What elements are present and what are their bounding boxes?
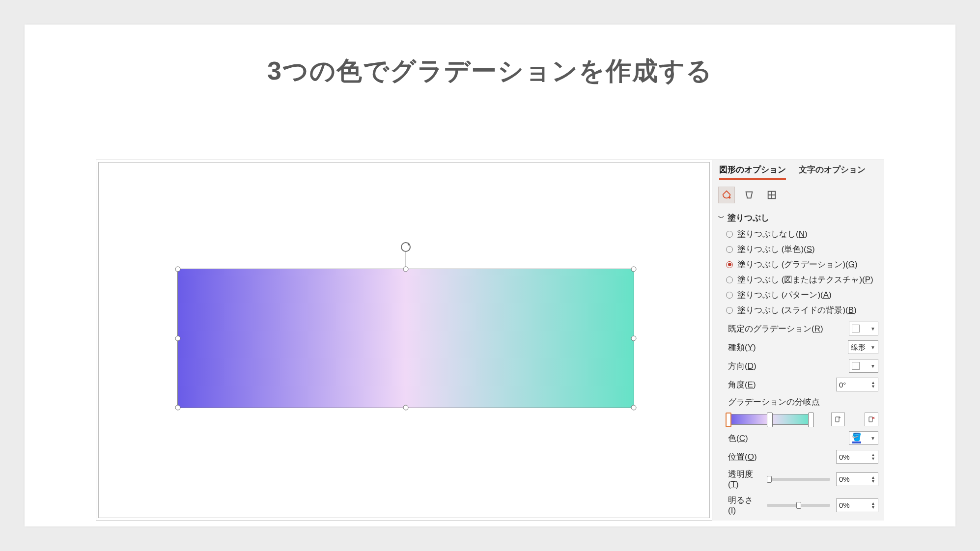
gradient-direction-dropdown[interactable]: ▼ [849, 359, 878, 373]
gradient-type-label: 種類(Y) [728, 342, 843, 353]
fill-slide-bg-radio[interactable]: 塗りつぶし (スライドの背景)(B) [726, 304, 884, 316]
format-shape-panel: 図形のオプション 文字のオプション ﹀ 塗りつぶし [712, 160, 884, 521]
tab-text-options[interactable]: 文字のオプション [799, 164, 866, 180]
stop-position-label: 位置(O) [728, 451, 831, 463]
gradient-stop-1[interactable] [726, 413, 731, 427]
gradient-direction-label: 方向(D) [728, 360, 844, 372]
stop-transparency-label: 透明度(T) [728, 468, 761, 490]
fill-picture-radio[interactable]: 塗りつぶし (図またはテクスチャ)(P) [726, 274, 884, 285]
stop-color-label: 色(C) [728, 433, 844, 444]
remove-gradient-stop-button[interactable] [865, 413, 878, 426]
stop-transparency-input[interactable]: 0%▲▼ [836, 472, 878, 486]
preset-gradient-dropdown[interactable]: ▼ [849, 322, 878, 335]
add-gradient-stop-button[interactable] [831, 413, 845, 426]
stop-brightness-label: 明るさ(I) [728, 495, 761, 516]
fill-none-radio[interactable]: 塗りつぶしなし(N) [726, 228, 884, 240]
tab-shape-options[interactable]: 図形のオプション [719, 164, 786, 180]
work-area: 図形のオプション 文字のオプション ﹀ 塗りつぶし [96, 160, 884, 521]
preset-gradient-label: 既定のグラデーション(R) [728, 323, 844, 334]
fill-solid-radio[interactable]: 塗りつぶし (単色)(S) [726, 244, 884, 255]
resize-handle-se[interactable] [631, 405, 637, 411]
svg-point-0 [728, 196, 730, 198]
fill-gradient-radio[interactable]: 塗りつぶし (グラデーション)(G) [726, 259, 884, 270]
gradient-type-dropdown[interactable]: 線形▼ [848, 340, 878, 354]
stop-brightness-input[interactable]: 0%▲▼ [836, 498, 878, 512]
fill-and-line-icon[interactable] [718, 187, 735, 203]
gradient-angle-input[interactable]: 0°▲▼ [836, 378, 878, 391]
resize-handle-sw[interactable] [175, 405, 181, 411]
gradient-angle-label: 角度(E) [728, 379, 831, 390]
paint-bucket-icon: 🪣 [852, 433, 862, 441]
resize-handle-nw[interactable] [175, 267, 181, 272]
resize-handle-ne[interactable] [631, 267, 637, 272]
stop-transparency-slider[interactable] [767, 478, 830, 481]
fill-section-toggle[interactable]: ﹀ 塗りつぶし [712, 209, 884, 226]
fill-section-label: 塗りつぶし [728, 212, 769, 223]
resize-handle-e[interactable] [631, 336, 637, 341]
gradient-stops-label: グラデーションの分岐点 [728, 396, 820, 408]
resize-handle-n[interactable] [403, 267, 409, 272]
slide-area [98, 162, 710, 518]
stop-position-input[interactable]: 0%▲▼ [836, 450, 878, 464]
svg-rect-4 [836, 417, 839, 422]
resize-handle-s[interactable] [403, 405, 409, 411]
chevron-down-icon: ﹀ [718, 214, 725, 222]
gradient-stops-bar[interactable] [728, 414, 812, 425]
effects-icon[interactable] [741, 187, 757, 203]
gradient-stop-2[interactable] [767, 413, 773, 427]
resize-handle-w[interactable] [175, 336, 181, 341]
svg-rect-5 [869, 417, 872, 422]
page-title: 3つの色でグラデーションを作成する [25, 25, 955, 88]
stop-brightness-slider[interactable] [767, 504, 830, 507]
rotate-handle-icon[interactable] [401, 242, 411, 252]
size-properties-icon[interactable] [763, 187, 780, 203]
slide-canvas[interactable] [96, 160, 712, 521]
fill-pattern-radio[interactable]: 塗りつぶし (パターン)(A) [726, 289, 884, 301]
gradient-rectangle-shape[interactable] [177, 269, 634, 408]
stop-color-picker[interactable]: 🪣 ▼ [849, 431, 878, 445]
gradient-stop-3[interactable] [808, 413, 814, 427]
